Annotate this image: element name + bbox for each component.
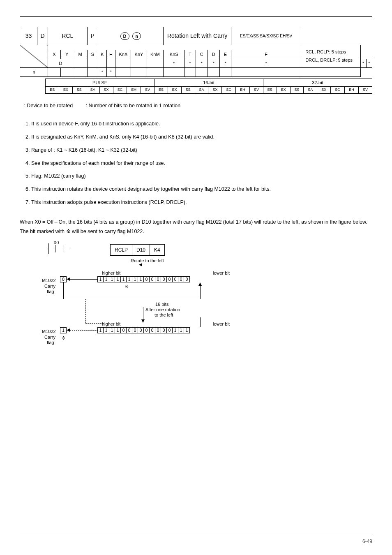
lower-bit-label-bottom: lower bit	[213, 321, 230, 328]
instruction-box: RCLP D10 K4	[110, 244, 165, 256]
pulse-group: PULSE	[46, 79, 154, 87]
optable-col-K: K	[98, 50, 106, 59]
optable-col-KnX: KnX	[115, 50, 131, 59]
mnemonic: RCL	[48, 27, 88, 45]
pulse-cell-PULSE-SA: SA	[86, 87, 99, 94]
pulse-cell-32-bit-SA: SA	[304, 87, 317, 94]
model-support: ES/EX/SS SA/SX/SC EH/SV	[231, 27, 301, 45]
carry-bit-bottom: 1	[60, 327, 67, 333]
optable-col-C: C	[196, 50, 208, 59]
rotation-diagram: X0 RCLP D10 K4 Rotate to the left higher…	[36, 239, 266, 363]
pulse-cell-32-bit-ES: ES	[263, 87, 277, 94]
rotate-label: Rotate to the left	[131, 257, 164, 264]
optable-col-E: E	[219, 50, 231, 59]
instruction-header-table: 33 D RCL P D n Rotation Left with Carry …	[20, 27, 372, 77]
bits-row-bottom: 1111000000000111	[98, 327, 190, 333]
pulse-cell-16-bit-SX: SX	[208, 87, 222, 94]
pulse-cell-16-bit-SV: SV	[249, 87, 263, 94]
optable-col-H: H	[106, 50, 115, 59]
pulse-cell-16-bit-EH: EH	[236, 87, 250, 94]
operand-legend: : Device to be rotated : Number of bits …	[20, 102, 372, 110]
pulse-cell-32-bit-SX: SX	[317, 87, 331, 94]
optable-col-M: M	[73, 50, 87, 59]
optable-col-KnS: KnS	[164, 50, 184, 59]
16bit-group: 16-bit	[154, 79, 263, 87]
pulse-cell-PULSE-SC: SC	[113, 87, 127, 94]
optable-col-S: S	[87, 50, 98, 59]
pulse-cell-16-bit-SC: SC	[222, 87, 236, 94]
carry-label-bottom-2: flag	[47, 339, 54, 346]
pulse-cell-16-bit-EX: EX	[168, 87, 181, 94]
slash-cell	[20, 45, 48, 68]
function-name: Rotation Left with Carry	[164, 27, 231, 45]
pulse-cell-PULSE-SV: SV	[141, 87, 154, 94]
32bit-group: 32-bit	[263, 79, 372, 87]
optable-col-X: X	[48, 50, 61, 59]
carry-label-top-2: flag	[47, 288, 54, 295]
pulse-cell-32-bit-SV: SV	[358, 87, 372, 94]
pulse-cell-PULSE-EH: EH	[127, 87, 141, 94]
steps-cell: RCL, RCLP: 5 steps DRCL, DRCLP: 9 steps	[301, 45, 361, 68]
higher-bit-label-bottom: higher bit	[102, 321, 120, 328]
pulse-cell-32-bit-EH: EH	[344, 87, 358, 94]
explanations-list: If is used in device F, only 16-bit inst…	[20, 119, 372, 207]
pulse-cell-PULSE-EX: EX	[59, 87, 73, 94]
optable-col-KnM: KnM	[147, 50, 164, 59]
optable-row-n: n	[20, 68, 48, 77]
operands: D n	[98, 27, 163, 45]
pulse-compat-table: PULSE 16-bit 32-bit ESEXSSSASXSCEHSVESEX…	[20, 79, 372, 94]
optable-col-KnY: KnY	[131, 50, 147, 59]
p-suffix: P	[87, 27, 98, 45]
d-prefix: D	[37, 27, 48, 45]
pulse-cell-16-bit-SS: SS	[181, 87, 195, 94]
example-paragraph: When X0 = Off→On, the 16 bits (4 bits as…	[20, 217, 372, 237]
pulse-cell-16-bit-SA: SA	[195, 87, 208, 94]
bits-row-top: 1111111100000000	[98, 276, 190, 282]
pulse-cell-16-bit-ES: ES	[154, 87, 168, 94]
pulse-cell-32-bit-EX: EX	[277, 87, 290, 94]
star-marker-bottom: ※	[62, 335, 65, 342]
after-rotation-l2: to the left	[154, 312, 173, 319]
optable-row-D: D	[48, 59, 73, 68]
pulse-cell-PULSE-ES: ES	[46, 87, 59, 94]
pulse-cell-PULSE-SS: SS	[72, 87, 86, 94]
optable-col-Y: Y	[60, 50, 73, 59]
higher-bit-label-top: higher bit	[102, 270, 120, 277]
star-marker-top: ※	[125, 283, 129, 290]
x0-contact	[55, 245, 64, 252]
optable-col-D: D	[208, 50, 219, 59]
api-number: 33	[20, 27, 37, 45]
pulse-cell-32-bit-SS: SS	[290, 87, 304, 94]
pulse-cell-32-bit-SC: SC	[331, 87, 345, 94]
pulse-cell-PULSE-SX: SX	[99, 87, 113, 94]
lower-bit-label-top: lower bit	[213, 270, 230, 277]
carry-bit-top: 0	[60, 276, 67, 282]
optable-col-T: T	[184, 50, 196, 59]
optable-col-F: F	[231, 50, 301, 59]
